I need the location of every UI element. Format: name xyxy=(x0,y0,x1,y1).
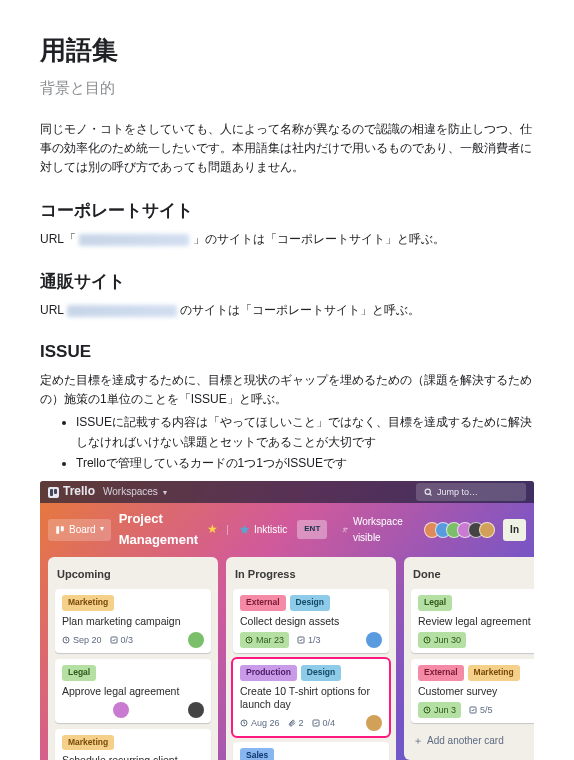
chevron-down-icon: ▾ xyxy=(163,488,167,497)
card-labels: Marketing xyxy=(62,595,204,611)
card-labels: ExternalMarketing xyxy=(418,665,534,681)
column-title[interactable]: In Progress xyxy=(233,564,389,590)
label[interactable]: Legal xyxy=(418,595,452,611)
redacted-url xyxy=(79,234,189,246)
card[interactable]: ExternalDesignCollect design assetsMar 2… xyxy=(233,589,389,653)
avatar[interactable] xyxy=(479,522,495,538)
label[interactable]: External xyxy=(418,665,464,681)
workspaces-menu[interactable]: Workspaces ▾ xyxy=(103,484,167,500)
card-title: Approve legal agreement xyxy=(62,685,204,698)
due-date-badge[interactable]: Mar 23 xyxy=(240,632,289,648)
avatar[interactable] xyxy=(366,632,382,648)
search-placeholder: Jump to… xyxy=(437,485,478,499)
board-title[interactable]: Project Management xyxy=(119,509,200,551)
svg-point-0 xyxy=(425,489,430,494)
column-title[interactable]: Done xyxy=(411,564,534,590)
clock-icon xyxy=(240,719,248,727)
due-date-badge[interactable]: Jun 30 xyxy=(418,632,466,648)
section-ec-heading: 通販サイト xyxy=(40,268,534,295)
section-corp-heading: コーポレートサイト xyxy=(40,197,534,224)
board-icon xyxy=(55,525,65,535)
checklist-icon xyxy=(469,706,477,714)
avatar[interactable] xyxy=(366,715,382,731)
view-switcher[interactable]: Board ▾ xyxy=(48,519,111,541)
clock-icon xyxy=(423,636,431,644)
list-column: In ProgressExternalDesignCollect design … xyxy=(226,557,396,760)
label[interactable]: Marketing xyxy=(468,665,520,681)
clock-icon xyxy=(62,636,70,644)
star-icon[interactable]: ★ xyxy=(207,520,218,539)
checklist-badge: 1/3 xyxy=(297,633,321,647)
section-issue-heading: ISSUE xyxy=(40,338,534,365)
label[interactable]: External xyxy=(240,595,286,611)
card-meta: Jun 30 xyxy=(418,632,534,648)
clock-icon xyxy=(245,636,253,644)
member-avatars[interactable] xyxy=(429,522,495,538)
card-labels: ProductionDesign xyxy=(240,665,382,681)
card[interactable]: ExternalMarketingCustomer surveyJun 35/5 xyxy=(411,659,534,723)
org-chip[interactable]: Inktistic xyxy=(237,522,289,538)
label[interactable]: Legal xyxy=(62,665,96,681)
card-labels: Sales xyxy=(240,748,382,760)
attachment-badge: 2 xyxy=(288,716,304,730)
card-labels: ExternalDesign xyxy=(240,595,382,611)
invite-button[interactable]: In xyxy=(503,519,526,541)
due-date-badge[interactable]: Aug 26 xyxy=(240,716,280,730)
add-card-button[interactable]: ＋ Add another card xyxy=(411,729,534,753)
card[interactable]: LegalApprove legal agreement xyxy=(55,659,211,723)
label[interactable]: Production xyxy=(240,665,297,681)
intro-paragraph: 同じモノ・コトをさしていても、人によって名称が異なるので認識の相違を防止しつつ、… xyxy=(40,120,534,178)
checklist-badge: 5/5 xyxy=(469,703,493,717)
list-column: DoneLegalReview legal agreementJun 30Ext… xyxy=(404,557,534,760)
trello-brand: Trello xyxy=(63,482,95,501)
avatar[interactable] xyxy=(188,702,204,718)
clock-icon xyxy=(423,706,431,714)
issue-bullet: ISSUEに記載する内容は「やってほしいこと」ではなく、目標を達成するために解決… xyxy=(76,413,534,451)
card[interactable]: MarketingSchedule recurring client meeti… xyxy=(55,729,211,760)
card-title: Collect design assets xyxy=(240,615,382,628)
card-meta: Sep 200/3 xyxy=(62,632,204,648)
column-title[interactable]: Upcoming xyxy=(55,564,211,590)
label[interactable]: Marketing xyxy=(62,595,114,611)
visibility-label: Workspace visible xyxy=(353,514,406,546)
board-header: Board ▾ Project Management ★ | Inktistic… xyxy=(40,503,534,557)
search-icon xyxy=(424,488,433,497)
issue-bullet: Trelloで管理しているカードの1つ1つがISSUEです xyxy=(76,454,534,473)
card[interactable]: MarketingPlan marketing campaignSep 200/… xyxy=(55,589,211,653)
card-meta: Jun 35/5 xyxy=(418,702,534,718)
card[interactable]: ProductionDesignCreate 10 T-shirt option… xyxy=(233,659,389,736)
paperclip-icon xyxy=(288,719,296,727)
trello-logo-icon xyxy=(48,487,59,498)
avatar[interactable] xyxy=(188,632,204,648)
svg-rect-3 xyxy=(61,526,64,531)
checklist-icon xyxy=(297,636,305,644)
card-meta: Mar 231/3 xyxy=(240,632,382,648)
svg-rect-2 xyxy=(56,526,59,534)
page-subtitle: 背景と目的 xyxy=(40,76,534,100)
page-title: 用語集 xyxy=(40,30,534,72)
trello-logo[interactable]: Trello xyxy=(48,482,95,501)
avatar[interactable] xyxy=(113,702,129,718)
card[interactable]: LegalReview legal agreementJun 30 xyxy=(411,589,534,653)
plus-icon: ＋ xyxy=(413,733,423,749)
due-date-badge[interactable]: Sep 20 xyxy=(62,633,102,647)
corp-url-line: URL「 」のサイトは「コーポレートサイト」と呼ぶ。 xyxy=(40,230,534,249)
svg-point-5 xyxy=(346,528,347,529)
board-columns: UpcomingMarketingPlan marketing campaign… xyxy=(40,557,534,760)
card[interactable]: SalesUpdate online shopSep 15 xyxy=(233,742,389,760)
label[interactable]: Design xyxy=(301,665,341,681)
label[interactable]: Marketing xyxy=(62,735,114,751)
search-input[interactable]: Jump to… xyxy=(416,483,526,501)
card-title: Customer survey xyxy=(418,685,534,698)
visibility-button[interactable]: Workspace visible xyxy=(335,511,413,549)
card-title: Plan marketing campaign xyxy=(62,615,204,628)
card-title: Schedule recurring client meeting xyxy=(62,754,204,760)
card-title: Review legal agreement xyxy=(418,615,534,628)
svg-point-4 xyxy=(344,528,346,530)
label[interactable]: Sales xyxy=(240,748,274,760)
label[interactable]: Design xyxy=(290,595,330,611)
people-icon xyxy=(342,525,349,535)
due-date-badge[interactable]: Jun 3 xyxy=(418,702,461,718)
org-name: Inktistic xyxy=(254,522,287,538)
card-meta: Aug 2620/4 xyxy=(240,715,382,731)
